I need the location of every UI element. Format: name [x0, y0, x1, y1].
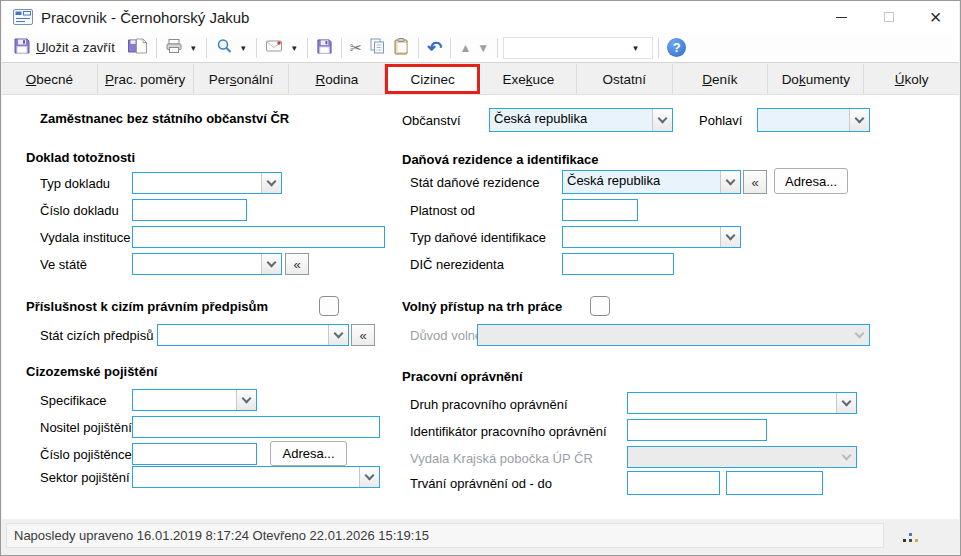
pohlavi-combobox[interactable] — [757, 108, 870, 132]
cislo-dokladu-input[interactable] — [132, 199, 247, 221]
save-copy-button[interactable] — [124, 35, 151, 61]
print-button[interactable] — [162, 35, 186, 61]
sektor-label: Sektor pojištění — [40, 470, 130, 485]
help-button[interactable]: ? — [664, 35, 689, 61]
tab-label: Dokumenty — [782, 72, 850, 87]
tab-personalni[interactable]: Personální — [194, 64, 290, 94]
obcanstvi-label: Občanství — [402, 113, 461, 128]
danova-header: Daňová rezidence a identifikace — [402, 152, 599, 167]
duvod-combobox — [477, 324, 870, 346]
chevron-down-icon — [652, 109, 672, 131]
tab-denik[interactable]: Deník — [673, 64, 769, 94]
resize-grip[interactable] — [909, 539, 912, 542]
titlebar: Pracovnik - Černohorský Jakub × — [2, 1, 959, 33]
stat-rezidence-combobox[interactable]: Česká republika — [562, 170, 741, 194]
typ-identifikace-combobox[interactable] — [562, 226, 741, 248]
druh-opravneni-combobox[interactable] — [627, 392, 857, 414]
save-copy-icon — [127, 37, 148, 58]
print-preview-button[interactable] — [212, 35, 236, 61]
stat-rezidence-expand-button[interactable]: « — [743, 170, 767, 194]
cislo-pojistence-input[interactable] — [132, 443, 257, 465]
dic-input[interactable] — [562, 253, 674, 275]
ve-state-label: Ve státě — [40, 257, 87, 272]
next-record-button[interactable]: ▼ — [474, 35, 492, 61]
paste-button[interactable] — [389, 35, 413, 61]
no-citizenship-header: Zaměstnanec bez státního občanství ČR — [40, 111, 289, 126]
save-and-close-button[interactable]: Uložit a zavřít — [10, 35, 118, 61]
vydala-instituce-input[interactable] — [132, 226, 385, 248]
prislusnost-checkbox[interactable] — [319, 296, 339, 316]
tab-label: Úkoly — [895, 72, 929, 87]
nositel-input[interactable] — [132, 416, 380, 438]
tab-rodina[interactable]: Rodina — [289, 64, 385, 94]
opravneni-header: Pracovní oprávnění — [402, 369, 523, 384]
specifikace-combobox[interactable] — [132, 389, 257, 411]
identifikator-input[interactable] — [627, 419, 767, 441]
close-icon: × — [930, 7, 942, 27]
trvani-od-input[interactable] — [627, 471, 720, 495]
tab-exekuce[interactable]: Exekuce — [481, 64, 577, 94]
send-mail-button[interactable] — [262, 35, 287, 61]
stat-cizich-label: Stát cizích předpisů — [40, 328, 153, 343]
tab-label: Ostatní — [602, 72, 646, 87]
toolbar-separator — [450, 38, 451, 58]
cislo-dokladu-label: Číslo dokladu — [40, 203, 119, 218]
cizinec-form: Zaměstnanec bez státního občanství ČR Ob… — [2, 95, 959, 521]
chevron-down-icon: ▾ — [241, 43, 246, 53]
chevron-down-icon: ▾ — [191, 43, 196, 53]
cut-button[interactable]: ✂ — [347, 35, 366, 61]
clipboard-icon — [392, 37, 410, 58]
obcanstvi-combobox[interactable]: Česká republika — [489, 108, 673, 132]
tab-dokumenty[interactable]: Dokumenty — [768, 64, 864, 94]
maximize-icon — [884, 12, 894, 22]
envelope-icon — [265, 38, 284, 57]
ve-state-combobox[interactable] — [132, 253, 282, 275]
copy-button[interactable] — [365, 35, 389, 61]
chevron-down-icon: ▾ — [633, 43, 648, 53]
toolbar: Uložit a zavřít ▾ ▾ ▾ — [2, 33, 959, 63]
stat-cizich-combobox[interactable] — [157, 324, 349, 346]
specifikace-label: Specifikace — [40, 393, 106, 408]
tab-cizinec[interactable]: Cizinec — [385, 64, 481, 94]
trvani-do-input[interactable] — [726, 471, 823, 495]
adresa-rezidence-button[interactable]: Adresa... — [774, 168, 848, 194]
typ-dokladu-combobox[interactable] — [132, 172, 282, 194]
platnost-input[interactable] — [562, 199, 638, 221]
tab-label: Prac. poměry — [105, 72, 185, 87]
adresa-pojisteni-button[interactable]: Adresa... — [270, 441, 347, 466]
tab-ukoly[interactable]: Úkoly — [864, 64, 959, 94]
pohlavi-value — [758, 109, 849, 131]
print-preview-dropdown-button[interactable]: ▾ — [236, 35, 251, 61]
stat-cizich-expand-button[interactable]: « — [351, 324, 375, 346]
tab-label: Rodina — [315, 72, 358, 87]
print-dropdown-button[interactable]: ▾ — [186, 35, 201, 61]
save-record-button[interactable] — [313, 35, 336, 61]
ve-state-expand-button[interactable]: « — [285, 253, 309, 275]
pojisteni-header: Cizozemské pojištění — [26, 364, 157, 379]
previous-record-button[interactable]: ▲ — [456, 35, 474, 61]
tab-ostatni[interactable]: Ostatní — [577, 64, 673, 94]
printer-icon — [165, 37, 183, 58]
volny-pristup-checkbox[interactable] — [590, 296, 610, 316]
toolbar-combobox[interactable]: ▾ — [503, 37, 653, 59]
help-icon: ? — [667, 38, 686, 57]
platnost-label: Platnost od — [410, 203, 475, 218]
minimize-button[interactable] — [818, 1, 865, 33]
status-panel: Naposledy upraveno 16.01.2019 8:17:24 Ot… — [6, 523, 884, 548]
toolbar-separator — [341, 38, 342, 58]
chevron-down-icon — [328, 325, 348, 345]
tab-label: Exekuce — [502, 72, 554, 87]
chevron-down-icon — [261, 173, 281, 193]
form-window-icon — [13, 9, 33, 25]
undo-button[interactable]: ↶ — [424, 35, 445, 61]
cislo-pojistence-label: Číslo pojištěnce — [40, 447, 132, 462]
obcanstvi-value: Česká republika — [490, 109, 652, 131]
druh-opravneni-label: Druh pracovního oprávnění — [410, 397, 568, 412]
maximize-button[interactable] — [865, 1, 912, 33]
tab-prac-pomery[interactable]: Prac. poměry — [98, 64, 194, 94]
tab-obecne[interactable]: Obecné — [2, 64, 98, 94]
send-mail-dropdown-button[interactable]: ▾ — [287, 35, 302, 61]
sektor-combobox[interactable] — [132, 466, 380, 488]
prislusnost-header: Příslušnost k cizím právním předpisům — [26, 299, 268, 314]
close-button[interactable]: × — [912, 1, 959, 33]
